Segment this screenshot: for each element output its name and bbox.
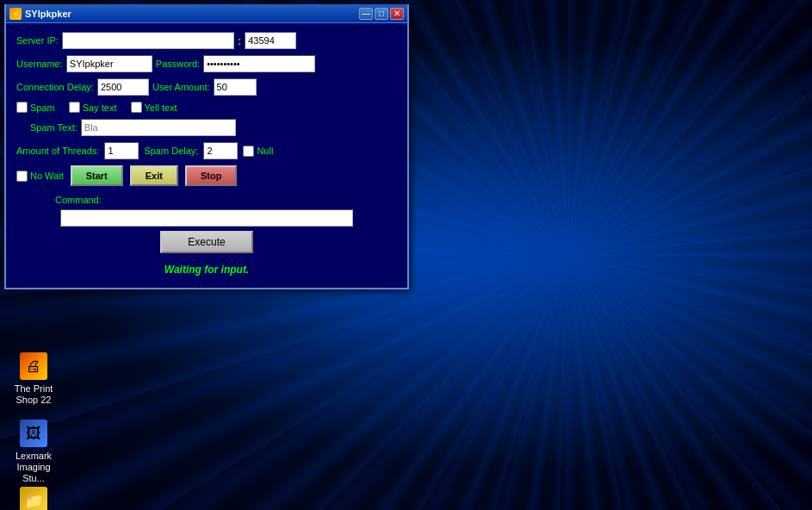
- maximize-button[interactable]: □: [375, 8, 388, 20]
- say-text-label: Say text: [83, 103, 117, 113]
- spam-text-label: Spam Text:: [30, 122, 77, 133]
- desktop-icon-folder[interactable]: 📁: [3, 483, 64, 510]
- threads-label: Amount of Threads:: [16, 146, 99, 156]
- server-ip-input[interactable]: [62, 32, 234, 49]
- password-input[interactable]: [203, 55, 315, 72]
- exit-button[interactable]: Exit: [130, 165, 178, 186]
- window-title: SYIpkpker: [25, 9, 71, 19]
- no-wait-checkbox[interactable]: [16, 171, 28, 182]
- password-label: Password:: [156, 59, 200, 69]
- desktop-icon-lexmark[interactable]: 🖼 Lexmark Imaging Stu...: [3, 416, 64, 488]
- user-amount-label: User Amount:: [152, 82, 210, 92]
- null-checkbox-item: Null: [243, 146, 273, 157]
- spam-label: Spam: [30, 103, 55, 113]
- command-section: Command: Execute: [16, 195, 397, 253]
- conn-delay-input[interactable]: [97, 78, 149, 96]
- port-input[interactable]: [245, 32, 296, 49]
- no-wait-checkbox-item: No Wait: [16, 171, 64, 182]
- command-input[interactable]: [60, 209, 353, 227]
- spam-delay-input[interactable]: [203, 142, 238, 159]
- username-input[interactable]: [66, 55, 152, 72]
- username-label: Username:: [16, 59, 63, 69]
- yell-text-checkbox[interactable]: [131, 102, 142, 113]
- execute-button[interactable]: Execute: [160, 231, 252, 253]
- stop-button[interactable]: Stop: [185, 165, 237, 186]
- spam-checkbox-item: Spam: [16, 102, 55, 113]
- say-text-checkbox-item: Say text: [69, 102, 117, 113]
- start-button[interactable]: Start: [71, 165, 123, 186]
- null-label: Null: [257, 146, 273, 156]
- null-checkbox[interactable]: [243, 146, 254, 157]
- status-text: Waiting for input.: [16, 260, 397, 279]
- window-body: Server IP: : Username: Password: Connect…: [6, 23, 407, 288]
- minimize-button[interactable]: —: [359, 8, 373, 20]
- desktop-icon-printshop-label: The Print Shop 22: [7, 383, 60, 406]
- title-bar-left: ⚡ SYIpkpker: [9, 8, 71, 20]
- no-wait-label: No Wait: [30, 171, 64, 181]
- yell-text-checkbox-item: Yell text: [131, 102, 177, 113]
- desktop-icon-printshop[interactable]: 🖨 The Print Shop 22: [3, 349, 64, 409]
- threads-input[interactable]: [104, 142, 139, 159]
- title-bar: ⚡ SYIpkpker — □ ✕: [6, 4, 407, 23]
- buttons-row: No Wait Start Exit Stop: [16, 165, 397, 186]
- username-password-row: Username: Password:: [16, 55, 397, 72]
- checkbox-row: Spam Say text Yell text: [16, 102, 397, 113]
- spam-text-input[interactable]: [81, 119, 236, 136]
- say-text-checkbox[interactable]: [69, 102, 80, 113]
- yell-text-label: Yell text: [145, 103, 177, 113]
- user-amount-input[interactable]: [214, 78, 257, 96]
- threads-delay-row: Amount of Threads: Spam Delay: Null: [16, 142, 397, 159]
- desktop-icon-lexmark-label: Lexmark Imaging Stu...: [7, 451, 60, 485]
- command-label: Command:: [55, 195, 102, 205]
- server-ip-label: Server IP:: [16, 35, 59, 46]
- window-icon: ⚡: [9, 8, 22, 20]
- spam-text-row: Spam Text:: [16, 119, 397, 136]
- main-window: ⚡ SYIpkpker — □ ✕ Server IP: : Username:…: [4, 4, 409, 289]
- spam-delay-label: Spam Delay:: [144, 146, 198, 156]
- conn-delay-row: Connection Delay: User Amount:: [16, 78, 397, 96]
- close-button[interactable]: ✕: [390, 8, 404, 20]
- port-separator: :: [238, 34, 241, 47]
- conn-delay-label: Connection Delay:: [16, 82, 94, 92]
- title-buttons: — □ ✕: [359, 8, 404, 20]
- spam-checkbox[interactable]: [16, 102, 28, 113]
- server-ip-row: Server IP: :: [16, 32, 397, 49]
